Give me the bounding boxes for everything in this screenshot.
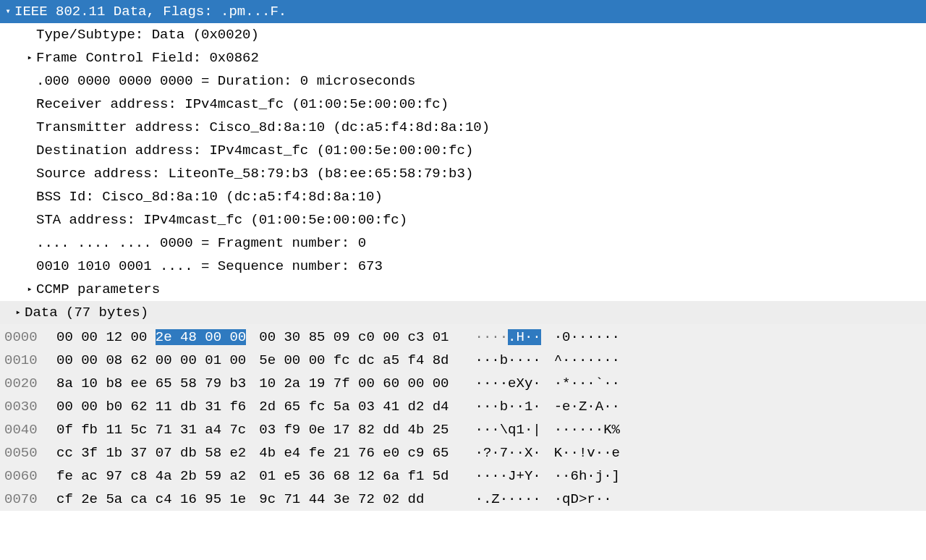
chevron-right-icon[interactable] [25, 278, 35, 301]
tree-field-receiver[interactable]: Receiver address: IPv4mcast_fc (01:00:5e… [0, 93, 926, 116]
field-label: Source address: LiteonTe_58:79:b3 (b8:ee… [36, 162, 473, 185]
hex-row[interactable]: 0000 00 00 12 00 2e 48 00 00 00 30 85 09… [0, 326, 926, 349]
hex-ascii-2: ·qD>r·· [554, 488, 620, 511]
hex-ascii-1: ····.H·· [475, 326, 541, 349]
hex-offset: 0040 [4, 418, 56, 441]
field-label: Transmitter address: Cisco_8d:8a:10 (dc:… [36, 116, 490, 139]
hex-bytes-2[interactable]: 10 2a 19 7f 00 60 00 00 [259, 372, 449, 395]
hex-bytes-2[interactable]: 03 f9 0e 17 82 dd 4b 25 [259, 418, 449, 441]
hex-ascii-1: ·?·7··X· [475, 441, 541, 464]
tree-field-transmitter[interactable]: Transmitter address: Cisco_8d:8a:10 (dc:… [0, 116, 926, 139]
hex-selected-bytes[interactable]: 2e 48 00 00 [156, 329, 246, 345]
hex-offset: 0030 [4, 395, 56, 418]
field-label: 0010 1010 0001 .... = Sequence number: 6… [36, 255, 383, 278]
hex-row[interactable]: 0030 00 00 b0 62 11 db 31 f6 2d 65 fc 5a… [0, 395, 926, 418]
field-label: Type/Subtype: Data (0x0020) [36, 23, 259, 46]
hex-bytes-2[interactable]: 2d 65 fc 5a 03 41 d2 d4 [259, 395, 449, 418]
chevron-down-icon[interactable] [3, 0, 13, 23]
packet-details-tree: IEEE 802.11 Data, Flags: .pm...F. Type/S… [0, 0, 926, 324]
tree-header-ieee80211[interactable]: IEEE 802.11 Data, Flags: .pm...F. [0, 0, 926, 23]
field-label: Data (77 bytes) [25, 301, 148, 324]
hex-offset: 0010 [4, 349, 56, 372]
hex-ascii-1: ····J+Y· [475, 464, 541, 488]
hex-row[interactable]: 0010 00 00 08 62 00 00 01 00 5e 00 00 fc… [0, 349, 926, 372]
hex-bytes-1[interactable]: 00 00 12 00 2e 48 00 00 [56, 326, 246, 349]
hex-ascii-2: ·*···`·· [554, 372, 620, 395]
tree-field-bssid[interactable]: BSS Id: Cisco_8d:8a:10 (dc:a5:f4:8d:8a:1… [0, 185, 926, 208]
field-label: Frame Control Field: 0x0862 [36, 46, 259, 69]
hex-ascii-1: ···b··1· [475, 395, 541, 418]
hex-bytes-1[interactable]: 00 00 08 62 00 00 01 00 [56, 349, 246, 372]
hex-offset: 0070 [4, 488, 56, 511]
hex-ascii-2: -e·Z·A·· [554, 395, 620, 418]
hex-bytes-2[interactable]: 9c 71 44 3e 72 02 dd [259, 488, 449, 511]
tree-field-ccmp[interactable]: CCMP parameters [0, 278, 926, 301]
hex-bytes-1[interactable]: 8a 10 b8 ee 65 58 79 b3 [56, 372, 246, 395]
field-label: .000 0000 0000 0000 = Duration: 0 micros… [36, 69, 416, 93]
field-label: Destination address: IPv4mcast_fc (01:00… [36, 139, 473, 162]
tree-field-sta[interactable]: STA address: IPv4mcast_fc (01:00:5e:00:0… [0, 208, 926, 232]
hex-row[interactable]: 0060 fe ac 97 c8 4a 2b 59 a2 01 e5 36 68… [0, 464, 926, 488]
hex-offset: 0000 [4, 326, 56, 349]
hex-bytes-2[interactable]: 01 e5 36 68 12 6a f1 5d [259, 464, 449, 488]
tree-field-fragment[interactable]: .... .... .... 0000 = Fragment number: 0 [0, 232, 926, 255]
hex-offset: 0020 [4, 372, 56, 395]
hex-ascii-2: K··!v··e [554, 441, 620, 464]
tree-header-label: IEEE 802.11 Data, Flags: .pm...F. [14, 0, 286, 23]
hex-ascii-2: ······K% [554, 418, 620, 441]
tree-field-type-subtype[interactable]: Type/Subtype: Data (0x0020) [0, 23, 926, 46]
tree-field-source[interactable]: Source address: LiteonTe_58:79:b3 (b8:ee… [0, 162, 926, 185]
hex-bytes-1[interactable]: cf 2e 5a ca c4 16 95 1e [56, 488, 246, 511]
chevron-right-icon[interactable] [25, 46, 35, 69]
hex-row[interactable]: 0050 cc 3f 1b 37 07 db 58 e2 4b e4 fe 21… [0, 441, 926, 464]
hex-bytes-1[interactable]: 00 00 b0 62 11 db 31 f6 [56, 395, 246, 418]
hex-offset: 0060 [4, 464, 56, 488]
hex-row[interactable]: 0020 8a 10 b8 ee 65 58 79 b3 10 2a 19 7f… [0, 372, 926, 395]
hex-row[interactable]: 0040 0f fb 11 5c 71 31 a4 7c 03 f9 0e 17… [0, 418, 926, 441]
hex-bytes-2[interactable]: 5e 00 00 fc dc a5 f4 8d [259, 349, 449, 372]
field-label: Receiver address: IPv4mcast_fc (01:00:5e… [36, 93, 449, 116]
hex-bytes-1[interactable]: fe ac 97 c8 4a 2b 59 a2 [56, 464, 246, 488]
hex-ascii-1: ···\q1·| [475, 418, 541, 441]
hex-row[interactable]: 0070 cf 2e 5a ca c4 16 95 1e 9c 71 44 3e… [0, 488, 926, 511]
hex-bytes-1[interactable]: 0f fb 11 5c 71 31 a4 7c [56, 418, 246, 441]
hex-bytes-2[interactable]: 4b e4 fe 21 76 e0 c9 65 [259, 441, 449, 464]
tree-field-sequence[interactable]: 0010 1010 0001 .... = Sequence number: 6… [0, 255, 926, 278]
hex-offset: 0050 [4, 441, 56, 464]
tree-field-duration[interactable]: .000 0000 0000 0000 = Duration: 0 micros… [0, 69, 926, 93]
hex-ascii-1: ···b···· [475, 349, 541, 372]
field-label: .... .... .... 0000 = Fragment number: 0 [36, 232, 366, 255]
field-label: STA address: IPv4mcast_fc (01:00:5e:00:0… [36, 208, 407, 232]
hex-ascii-2: ^······· [554, 349, 620, 372]
field-label: BSS Id: Cisco_8d:8a:10 (dc:a5:f4:8d:8a:1… [36, 185, 383, 208]
hex-bytes-2[interactable]: 00 30 85 09 c0 00 c3 01 [259, 326, 449, 349]
tree-field-frame-control[interactable]: Frame Control Field: 0x0862 [0, 46, 926, 69]
chevron-right-icon[interactable] [13, 301, 23, 324]
hex-ascii-2: ··6h·j·] [554, 464, 620, 488]
field-label: CCMP parameters [36, 278, 160, 301]
tree-header-data[interactable]: Data (77 bytes) [0, 301, 926, 324]
hex-bytes-1[interactable]: cc 3f 1b 37 07 db 58 e2 [56, 441, 246, 464]
hex-dump-pane[interactable]: 0000 00 00 12 00 2e 48 00 00 00 30 85 09… [0, 324, 926, 511]
hex-ascii-1: ·.Z····· [475, 488, 541, 511]
tree-field-destination[interactable]: Destination address: IPv4mcast_fc (01:00… [0, 139, 926, 162]
hex-ascii-1: ····eXy· [475, 372, 541, 395]
hex-ascii-2: ·0······ [554, 326, 620, 349]
